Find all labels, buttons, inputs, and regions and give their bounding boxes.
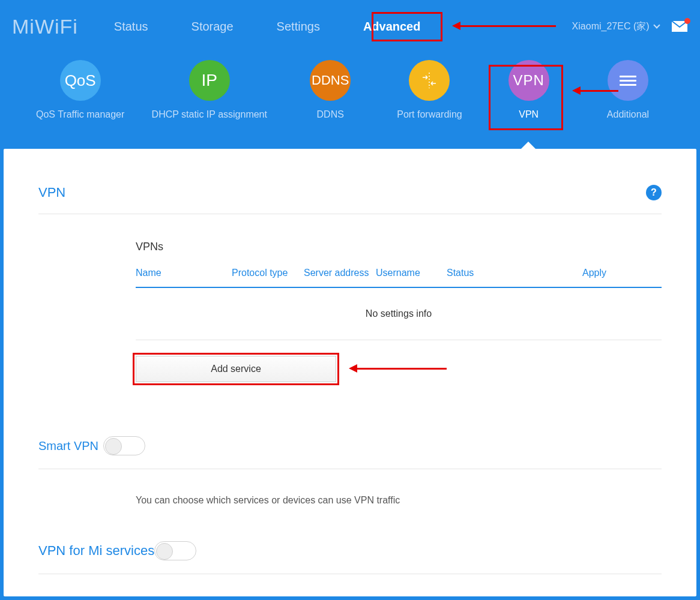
col-server: Server address (304, 268, 376, 278)
logo: MiWiFi (12, 15, 78, 38)
ddns-icon: DDNS (310, 60, 351, 101)
mi-services-toggle[interactable] (154, 541, 196, 560)
tool-qos[interactable]: QoS QoS Traffic manager (36, 60, 124, 120)
pointer-triangle-icon (521, 142, 536, 149)
col-apply: Apply (582, 268, 662, 278)
toolbar: QoS QoS Traffic manager IP DHCP static I… (0, 42, 700, 120)
qos-icon: QoS (60, 60, 101, 101)
main-nav: Status Storage Settings Advanced (114, 20, 421, 34)
tool-additional[interactable]: Additional (592, 60, 664, 120)
nav-settings[interactable]: Settings (277, 20, 320, 34)
tool-label: DHCP static IP assignment (152, 109, 267, 120)
tool-ddns[interactable]: DDNS DDNS (294, 60, 366, 120)
smart-vpn-toggle[interactable] (103, 436, 145, 455)
tool-vpn[interactable]: VPN VPN (493, 60, 565, 120)
vpn-icon: VPN (508, 60, 549, 101)
smart-vpn-description: You can choose which services or devices… (38, 469, 662, 508)
mi-services-title: VPN for Mi services (38, 543, 154, 559)
table-header: Name Protocol type Server address Userna… (136, 268, 662, 288)
col-name: Name (136, 268, 232, 278)
nav-status[interactable]: Status (114, 20, 148, 34)
tool-label: Additional (607, 109, 649, 120)
table-empty-text: No settings info (136, 288, 662, 340)
chevron-down-icon (653, 22, 660, 28)
account-dropdown[interactable]: Xiaomi_27EC (家) (572, 20, 659, 33)
mail-icon[interactable] (671, 20, 688, 32)
tool-port-forwarding[interactable]: Port forwarding (393, 60, 465, 120)
col-protocol: Protocol type (232, 268, 304, 278)
tool-dhcp-ip[interactable]: IP DHCP static IP assignment (152, 60, 267, 120)
col-status: Status (447, 268, 582, 278)
nav-advanced[interactable]: Advanced (363, 20, 421, 34)
tool-label: DDNS (317, 109, 344, 120)
hamburger-icon (608, 60, 648, 101)
tool-label: Port forwarding (397, 109, 462, 120)
tool-label: QoS Traffic manager (36, 109, 124, 120)
vpns-heading: VPNs (136, 241, 662, 253)
col-username: Username (376, 268, 447, 278)
page-title: VPN (38, 185, 65, 200)
account-name: Xiaomi_27EC (家) (572, 21, 650, 31)
ip-icon: IP (189, 60, 230, 101)
smart-vpn-title: Smart VPN (38, 439, 98, 453)
add-service-button[interactable]: Add service (136, 356, 336, 382)
help-icon[interactable]: ? (646, 185, 662, 200)
notification-dot-icon (684, 18, 690, 24)
content-panel: VPN ? VPNs Name Protocol type Server add… (4, 149, 696, 596)
nav-storage[interactable]: Storage (192, 20, 234, 34)
mi-services-description: When you need VPN to connect to the Inte… (38, 574, 662, 600)
tool-label: VPN (519, 109, 539, 120)
port-forwarding-icon (409, 60, 450, 101)
